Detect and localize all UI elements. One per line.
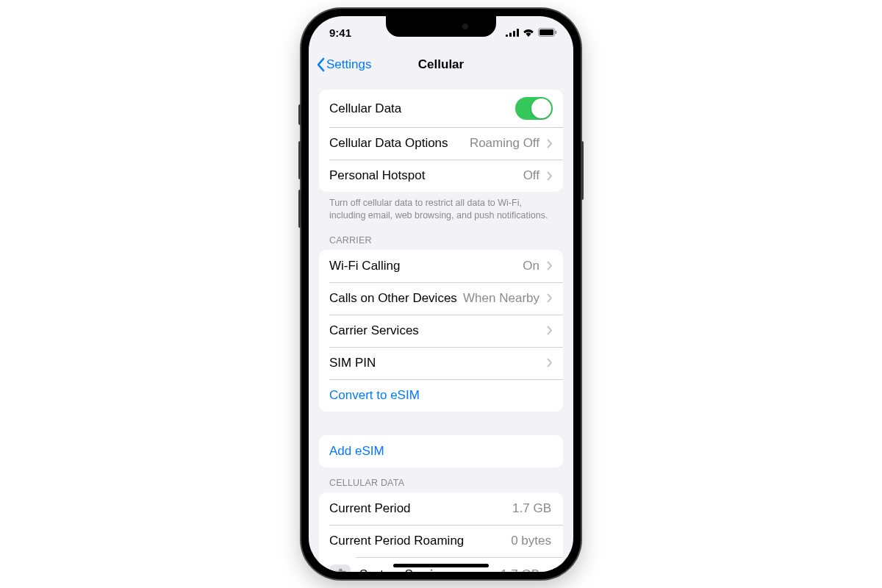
chevron-right-icon bbox=[547, 293, 553, 303]
personal-hotspot-row[interactable]: Personal Hotspot Off bbox=[319, 159, 563, 192]
wifi-icon bbox=[523, 29, 534, 37]
cellular-main-group: Cellular Data Cellular Data Options Roam… bbox=[319, 90, 563, 192]
current-period-roaming-row: Current Period Roaming 0 bytes bbox=[319, 525, 563, 557]
add-esim-label: Add eSIM bbox=[329, 444, 553, 459]
chevron-right-icon bbox=[547, 139, 553, 148]
personal-hotspot-value: Off bbox=[523, 168, 539, 183]
carrier-group: Wi-Fi Calling On Calls on Other Devices … bbox=[319, 250, 563, 412]
screen: 9:41 Settings Cellular bbox=[309, 16, 573, 572]
cellular-signal-icon bbox=[506, 29, 519, 37]
chevron-right-icon bbox=[547, 326, 553, 335]
settings-content[interactable]: Cellular Data Cellular Data Options Roam… bbox=[309, 81, 573, 572]
chevron-left-icon bbox=[316, 57, 325, 72]
data-usage-header: Cellular Data bbox=[309, 467, 573, 492]
svg-rect-3 bbox=[517, 29, 519, 37]
mute-switch bbox=[298, 104, 301, 125]
battery-icon bbox=[538, 28, 557, 37]
cellular-data-row[interactable]: Cellular Data bbox=[319, 90, 563, 127]
back-button[interactable]: Settings bbox=[316, 57, 371, 72]
cellular-data-options-label: Cellular Data Options bbox=[329, 136, 470, 151]
current-period-roaming-label: Current Period Roaming bbox=[329, 534, 511, 548]
status-time: 9:41 bbox=[329, 26, 351, 39]
sim-pin-row[interactable]: SIM PIN bbox=[319, 347, 563, 379]
side-button bbox=[581, 141, 584, 200]
cellular-data-options-row[interactable]: Cellular Data Options Roaming Off bbox=[319, 127, 563, 159]
current-period-row: Current Period 1.7 GB bbox=[319, 492, 563, 525]
volume-down-button bbox=[298, 190, 301, 228]
wifi-calling-row[interactable]: Wi-Fi Calling On bbox=[319, 250, 563, 282]
chevron-right-icon bbox=[547, 570, 553, 572]
add-esim-row[interactable]: Add eSIM bbox=[319, 435, 563, 467]
back-label: Settings bbox=[326, 57, 371, 72]
carrier-services-row[interactable]: Carrier Services bbox=[319, 315, 563, 347]
nav-bar: Settings Cellular bbox=[309, 49, 573, 81]
svg-rect-6 bbox=[556, 31, 557, 34]
status-right bbox=[506, 28, 557, 37]
convert-esim-label: Convert to eSIM bbox=[329, 388, 553, 403]
gear-icon bbox=[329, 564, 351, 572]
cellular-data-label: Cellular Data bbox=[329, 101, 515, 116]
add-esim-group: Add eSIM bbox=[319, 435, 563, 467]
chevron-right-icon bbox=[547, 358, 553, 368]
carrier-services-label: Carrier Services bbox=[329, 323, 541, 338]
wifi-calling-value: On bbox=[523, 259, 539, 273]
calls-other-devices-value: When Nearby bbox=[463, 291, 539, 306]
nav-title: Cellular bbox=[418, 57, 464, 72]
convert-esim-row[interactable]: Convert to eSIM bbox=[319, 379, 563, 412]
current-period-roaming-value: 0 bytes bbox=[511, 534, 551, 548]
data-usage-group: Current Period 1.7 GB Current Period Roa… bbox=[319, 492, 563, 572]
volume-up-button bbox=[298, 141, 301, 179]
cellular-data-options-value: Roaming Off bbox=[470, 136, 539, 151]
svg-rect-5 bbox=[539, 29, 553, 35]
cellular-data-toggle[interactable] bbox=[515, 97, 553, 120]
system-services-label: System Services bbox=[359, 567, 501, 572]
carrier-header: Carrier bbox=[309, 222, 573, 250]
notch bbox=[386, 16, 496, 37]
sim-pin-label: SIM PIN bbox=[329, 356, 541, 370]
svg-rect-0 bbox=[506, 35, 508, 37]
wifi-calling-label: Wi-Fi Calling bbox=[329, 259, 523, 273]
calls-other-devices-label: Calls on Other Devices bbox=[329, 291, 463, 306]
home-indicator[interactable] bbox=[393, 564, 489, 567]
calls-other-devices-row[interactable]: Calls on Other Devices When Nearby bbox=[319, 282, 563, 315]
phone-frame: 9:41 Settings Cellular bbox=[301, 9, 581, 579]
current-period-value: 1.7 GB bbox=[512, 501, 551, 516]
svg-rect-1 bbox=[509, 32, 512, 37]
system-services-value: 1.7 GB bbox=[501, 567, 539, 572]
personal-hotspot-label: Personal Hotspot bbox=[329, 168, 523, 183]
cellular-data-footer: Turn off cellular data to restrict all d… bbox=[309, 192, 573, 222]
chevron-right-icon bbox=[547, 261, 553, 270]
current-period-label: Current Period bbox=[329, 501, 512, 516]
svg-rect-2 bbox=[513, 31, 515, 37]
toggle-knob bbox=[531, 98, 551, 118]
chevron-right-icon bbox=[547, 171, 553, 181]
